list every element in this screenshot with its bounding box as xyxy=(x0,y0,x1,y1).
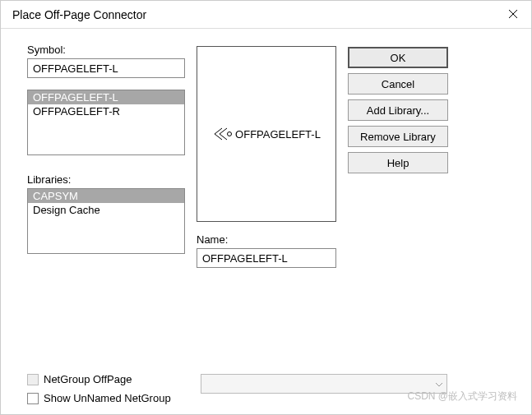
symbol-input[interactable] xyxy=(27,58,185,78)
list-item[interactable]: CAPSYM xyxy=(28,189,184,203)
list-item[interactable]: OFFPAGELEFT-L xyxy=(28,90,184,104)
show-unnamed-checkbox[interactable] xyxy=(27,393,39,404)
name-label: Name: xyxy=(197,233,336,246)
list-item[interactable]: OFFPAGELEFT-R xyxy=(28,104,184,118)
close-icon xyxy=(508,8,518,21)
symbol-label: Symbol: xyxy=(27,44,185,56)
right-column: OK Cancel Add Library... Remove Library … xyxy=(348,44,448,358)
symbol-preview: OFFPAGELEFT-L xyxy=(197,46,336,222)
libraries-label: Libraries: xyxy=(27,173,185,186)
place-offpage-connector-dialog: Place Off-Page Connector Symbol: OFFPAGE… xyxy=(0,0,532,415)
symbol-listbox[interactable]: OFFPAGELEFT-L OFFPAGELEFT-R xyxy=(27,90,185,155)
watermark: CSDN @嵌入式学习资料 xyxy=(407,390,517,403)
help-button[interactable]: Help xyxy=(348,152,448,173)
offpage-left-icon: OFFPAGELEFT-L xyxy=(212,127,321,141)
middle-column: OFFPAGELEFT-L Name: xyxy=(197,44,336,358)
close-button[interactable] xyxy=(495,1,531,29)
show-unnamed-label: Show UnNamed NetGroup xyxy=(44,392,171,404)
dialog-body: Symbol: OFFPAGELEFT-L OFFPAGELEFT-R Libr… xyxy=(1,29,531,367)
chevron-down-icon xyxy=(435,380,443,389)
cancel-button[interactable]: Cancel xyxy=(348,73,448,95)
checkbox-column: NetGroup OffPage Show UnNamed NetGroup xyxy=(27,373,171,404)
svg-point-0 xyxy=(228,132,232,136)
libraries-listbox[interactable]: CAPSYM Design Cache xyxy=(27,188,185,254)
left-column: Symbol: OFFPAGELEFT-L OFFPAGELEFT-R Libr… xyxy=(27,44,185,358)
netgroup-offpage-checkbox-row: NetGroup OffPage xyxy=(27,373,171,385)
show-unnamed-checkbox-row[interactable]: Show UnNamed NetGroup xyxy=(27,392,171,404)
preview-symbol-name: OFFPAGELEFT-L xyxy=(235,128,321,141)
netgroup-offpage-checkbox xyxy=(27,374,39,385)
titlebar: Place Off-Page Connector xyxy=(1,1,531,29)
add-library-button[interactable]: Add Library... xyxy=(348,99,448,121)
name-input[interactable] xyxy=(197,248,336,268)
remove-library-button[interactable]: Remove Library xyxy=(348,126,448,147)
list-item[interactable]: Design Cache xyxy=(28,203,184,217)
ok-button[interactable]: OK xyxy=(348,47,448,68)
dialog-title: Place Off-Page Connector xyxy=(12,8,146,21)
netgroup-offpage-label: NetGroup OffPage xyxy=(44,373,132,385)
